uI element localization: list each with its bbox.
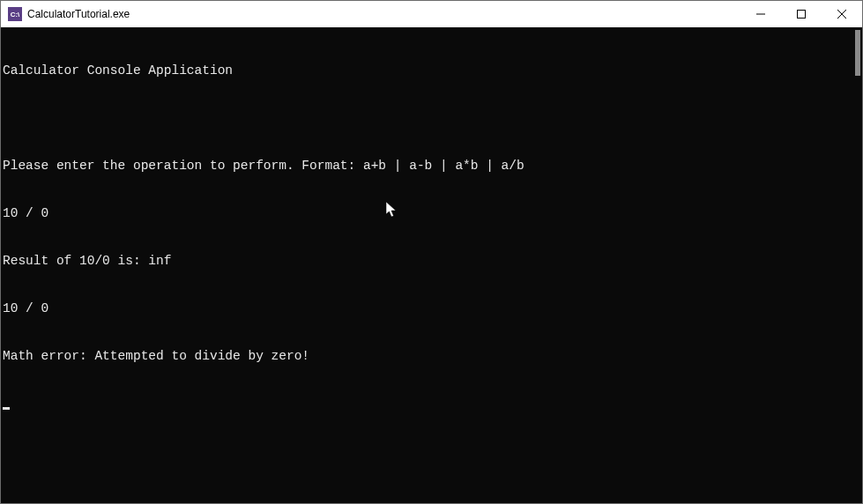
- minimize-icon: [756, 10, 765, 19]
- console-line: Calculator Console Application: [3, 63, 860, 78]
- console-line: 10 / 0: [3, 205, 860, 221]
- console-cursor-line: [3, 396, 860, 411]
- console-area[interactable]: Calculator Console Application Please en…: [1, 27, 862, 503]
- minimize-button[interactable]: [740, 1, 781, 27]
- application-window: C:\ CalculatorTutorial.exe Calculator Co…: [0, 0, 863, 504]
- console-line: Math error: Attempted to divide by zero!: [3, 348, 860, 364]
- titlebar[interactable]: C:\ CalculatorTutorial.exe: [1, 1, 862, 27]
- svg-rect-1: [798, 11, 806, 19]
- cursor-icon: [3, 407, 10, 410]
- console-line: Result of 10/0 is: inf: [3, 253, 860, 269]
- close-icon: [837, 10, 846, 19]
- maximize-icon: [797, 10, 806, 19]
- scrollbar-thumb[interactable]: [855, 30, 860, 76]
- close-button[interactable]: [822, 1, 862, 27]
- console-output: Calculator Console Application Please en…: [1, 27, 862, 447]
- window-title: CalculatorTutorial.exe: [27, 8, 130, 20]
- window-controls: [740, 1, 862, 27]
- console-line: 10 / 0: [3, 300, 860, 316]
- console-line: [3, 110, 860, 126]
- console-line: Please enter the operation to perform. F…: [3, 158, 860, 174]
- maximize-button[interactable]: [781, 1, 822, 27]
- app-icon: C:\: [8, 7, 22, 21]
